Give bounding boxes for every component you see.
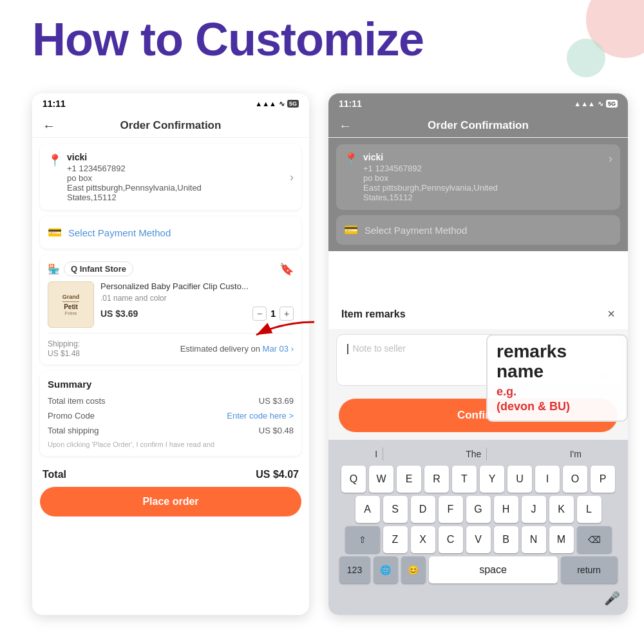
right-location-icon: 📍 <box>344 152 358 166</box>
suggestion-the[interactable]: The <box>460 448 487 460</box>
promo-value[interactable]: Enter code here > <box>227 411 294 421</box>
product-thumbnail: Grand Petit Frère <box>48 281 94 328</box>
keyboard-row-1: Q W E R T Y U I O P <box>331 466 625 493</box>
total-shipping-value: US $0.48 <box>259 426 294 435</box>
right-app-header: ← Order Confirmation <box>328 114 628 138</box>
address-po: po box <box>67 173 290 183</box>
key-r[interactable]: R <box>424 466 449 493</box>
product-details: Personalized Baby Pacifier Clip Custo...… <box>100 281 294 321</box>
right-phone: 11:11 ▲▲▲ ∿ 5G ← Order Confirmation 📍 vi… <box>328 93 628 615</box>
right-signal-icon: ▲▲▲ <box>574 100 595 108</box>
left-app-header: ← Order Confirmation <box>32 114 309 138</box>
shift-key[interactable]: ⇧ <box>345 526 380 553</box>
product-variant: .01 name and color <box>100 294 294 303</box>
note-placeholder: Note to seller <box>352 343 405 354</box>
key-f[interactable]: F <box>439 496 463 523</box>
summary-section: Summary Total item costs US $3.69 Promo … <box>40 371 301 456</box>
address-info: vicki +1 1234567892 po box East pittsbur… <box>67 152 290 202</box>
address-zip: States,15112 <box>67 193 290 202</box>
left-status-bar: 11:11 ▲▲▲ ∿ 5G <box>32 93 309 114</box>
shipping-cost: US $1.48 <box>48 349 80 358</box>
5g-badge: 5G <box>287 100 299 108</box>
right-address-row: 📍 vicki +1 1234567892 po box East pittsb… <box>344 152 612 202</box>
left-status-icons: ▲▲▲ ∿ 5G <box>255 100 299 108</box>
shipping-label: Shipping: US $1.48 <box>48 339 80 358</box>
summary-item-costs: Total item costs US $3.69 <box>48 396 294 406</box>
key-y[interactable]: Y <box>480 466 504 493</box>
remarks-header: Item remarks × <box>328 296 628 329</box>
left-header-title: Order Confirmation <box>120 119 222 132</box>
key-v[interactable]: V <box>466 526 491 553</box>
key-j[interactable]: J <box>522 496 546 523</box>
return-key[interactable]: return <box>561 556 618 583</box>
address-city: East pittsburgh,Pennsylvania,United <box>67 183 290 193</box>
shipping-label-text: Shipping: <box>48 339 80 348</box>
left-back-button[interactable]: ← <box>43 118 55 133</box>
dark-overlay: 📍 vicki +1 1234567892 po box East pittsb… <box>328 138 628 251</box>
place-order-button[interactable]: Place order <box>40 487 301 516</box>
right-status-time: 11:11 <box>339 99 362 109</box>
key-k[interactable]: K <box>549 496 574 523</box>
product-price: US $3.69 <box>100 308 138 319</box>
key-n[interactable]: N <box>522 526 546 553</box>
key-g[interactable]: G <box>466 496 491 523</box>
promo-label: Promo Code <box>48 411 95 421</box>
remarks-example: e.g. (devon & BU) <box>497 384 618 415</box>
bookmark-icon[interactable]: 🔖 <box>279 262 294 276</box>
key-w[interactable]: W <box>369 466 393 493</box>
key-u[interactable]: U <box>507 466 532 493</box>
key-z[interactable]: Z <box>383 526 408 553</box>
example-label: e.g. <box>497 385 516 398</box>
address-card[interactable]: 📍 vicki +1 1234567892 po box East pittsb… <box>40 144 301 210</box>
space-key[interactable]: space <box>429 556 558 583</box>
delete-key[interactable]: ⌫ <box>577 526 612 553</box>
right-address-zip: States,15112 <box>363 193 609 202</box>
key-q[interactable]: Q <box>341 466 366 493</box>
mic-key[interactable]: 🎤 <box>604 591 620 611</box>
key-e[interactable]: E <box>397 466 421 493</box>
summary-promo[interactable]: Promo Code Enter code here > <box>48 411 294 421</box>
close-button[interactable]: × <box>607 307 615 321</box>
right-payment-row: 💳 Select Payment Method <box>344 223 612 237</box>
payment-section[interactable]: 💳 Select Payment Method <box>40 216 301 249</box>
store-icon: 🏪 <box>48 263 60 275</box>
key-p[interactable]: P <box>591 466 615 493</box>
key-h[interactable]: H <box>494 496 518 523</box>
key-b[interactable]: B <box>494 526 518 553</box>
summary-title: Summary <box>48 379 294 390</box>
key-l[interactable]: L <box>577 496 601 523</box>
address-name: vicki <box>67 152 290 162</box>
right-back-button[interactable]: ← <box>339 118 352 133</box>
right-address-chevron: › <box>609 152 612 166</box>
key-s[interactable]: S <box>383 496 408 523</box>
right-status-bar: 11:11 ▲▲▲ ∿ 5G <box>328 93 628 114</box>
total-value: US $4.07 <box>256 469 299 480</box>
key-x[interactable]: X <box>411 526 435 553</box>
store-header: 🏪 Q Infant Store 🔖 <box>48 261 294 276</box>
globe-key[interactable]: 🌐 <box>374 556 398 583</box>
key-m[interactable]: M <box>549 526 574 553</box>
key-i[interactable]: I <box>535 466 560 493</box>
suggestion-i[interactable]: I <box>370 448 383 460</box>
key-d[interactable]: D <box>411 496 435 523</box>
cursor <box>347 344 348 354</box>
total-shipping-label: Total shipping <box>48 426 99 435</box>
right-payment-icon: 💳 <box>344 223 358 237</box>
total-label: Total <box>43 469 66 480</box>
right-payment-card[interactable]: 💳 Select Payment Method <box>336 215 620 245</box>
example-value: (devon & BU) <box>497 400 570 413</box>
key-a[interactable]: A <box>355 496 380 523</box>
right-address-card[interactable]: 📍 vicki +1 1234567892 po box East pittsb… <box>336 144 620 210</box>
key-t[interactable]: T <box>452 466 477 493</box>
keyboard: I The I'm Q W E R T Y U I O P A S D <box>328 440 628 615</box>
key-c[interactable]: C <box>439 526 463 553</box>
product-name: Personalized Baby Pacifier Clip Custo... <box>100 281 294 292</box>
store-name[interactable]: Q Infant Store <box>64 261 133 276</box>
shipping-info: Shipping: US $1.48 <box>48 339 80 358</box>
keyboard-bottom-row: 🎤 <box>331 587 625 612</box>
emoji-key[interactable]: 😊 <box>401 556 426 583</box>
suggestion-im[interactable]: I'm <box>565 448 587 460</box>
store-section: 🏪 Q Infant Store 🔖 Grand Petit Frère Per… <box>40 255 301 365</box>
numbers-key[interactable]: 123 <box>339 556 370 583</box>
key-o[interactable]: O <box>563 466 587 493</box>
